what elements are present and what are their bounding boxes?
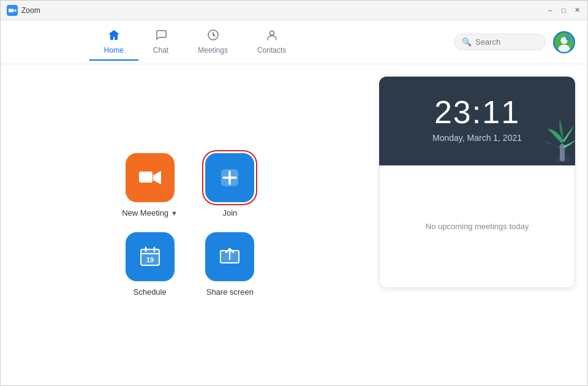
share-screen-item: Share screen <box>202 232 258 297</box>
share-screen-button[interactable] <box>205 232 254 281</box>
close-button[interactable]: ✕ <box>573 6 581 15</box>
action-grid: New Meeting ▼ Join <box>122 153 258 297</box>
svg-rect-20 <box>560 144 565 161</box>
app-logo: Zoom <box>7 5 40 16</box>
avatar[interactable] <box>553 31 575 53</box>
schedule-item: 19 Schedule <box>122 232 178 297</box>
meetings-section: No upcoming meetings today <box>379 165 575 288</box>
join-button[interactable] <box>205 153 254 202</box>
plant-decoration <box>520 110 575 165</box>
new-meeting-button[interactable] <box>126 153 175 202</box>
search-input[interactable] <box>475 37 538 47</box>
schedule-button[interactable]: 19 <box>126 232 175 281</box>
tab-contacts-label: Contacts <box>257 46 286 55</box>
video-camera-icon <box>138 169 162 186</box>
chat-icon <box>154 28 168 44</box>
window-controls: − □ ✕ <box>546 6 581 15</box>
tab-meetings-label: Meetings <box>198 46 228 55</box>
tab-home-label: Home <box>104 46 124 55</box>
svg-text:19: 19 <box>146 256 153 263</box>
clock-date: Monday, March 1, 2021 <box>432 133 522 143</box>
join-label: Join <box>222 208 237 218</box>
clock-card: 23:11 Monday, March 1, 2021 No upcoming … <box>379 77 575 288</box>
nav-tabs: Home Chat Meetings Contacts <box>89 23 301 61</box>
nav-right: 🔍 <box>454 31 575 53</box>
share-screen-label: Share screen <box>206 287 254 297</box>
clock-time: 23:11 <box>434 94 520 131</box>
clock-header: 23:11 Monday, March 1, 2021 <box>379 77 575 165</box>
no-meetings-text: No upcoming meetings today <box>426 222 529 231</box>
schedule-label: Schedule <box>134 287 167 297</box>
action-panel: New Meeting ▼ Join <box>1 64 379 385</box>
dropdown-arrow-icon: ▼ <box>171 210 178 217</box>
new-meeting-item: New Meeting ▼ <box>122 153 178 218</box>
maximize-button[interactable]: □ <box>559 6 568 15</box>
tab-meetings[interactable]: Meetings <box>183 23 243 61</box>
svg-point-5 <box>559 44 570 52</box>
share-screen-icon <box>219 246 241 268</box>
tab-contacts[interactable]: Contacts <box>243 23 301 61</box>
tab-chat[interactable]: Chat <box>138 23 183 61</box>
minimize-button[interactable]: − <box>546 6 554 15</box>
app-title: Zoom <box>21 6 40 15</box>
contacts-icon <box>265 28 279 44</box>
meetings-icon <box>206 28 220 44</box>
right-panel: 23:11 Monday, March 1, 2021 No upcoming … <box>379 64 587 385</box>
calendar-icon: 19 <box>139 246 161 268</box>
zoom-logo-icon <box>7 5 18 16</box>
nav-bar: Home Chat Meetings Contacts <box>1 20 587 64</box>
svg-rect-8 <box>139 172 153 183</box>
search-box[interactable]: 🔍 <box>454 34 546 50</box>
search-icon: 🔍 <box>462 37 472 47</box>
title-bar: Zoom − □ ✕ <box>1 1 587 20</box>
join-item: Join <box>202 153 258 218</box>
join-plus-icon <box>217 165 242 190</box>
app-window: Zoom − □ ✕ Home Chat <box>0 0 588 386</box>
tab-home[interactable]: Home <box>89 23 138 61</box>
tab-chat-label: Chat <box>153 46 168 55</box>
new-meeting-label: New Meeting ▼ <box>122 208 178 218</box>
svg-point-6 <box>566 36 571 40</box>
svg-point-2 <box>270 31 274 36</box>
main-content: New Meeting ▼ Join <box>1 64 587 385</box>
home-icon <box>107 28 121 44</box>
